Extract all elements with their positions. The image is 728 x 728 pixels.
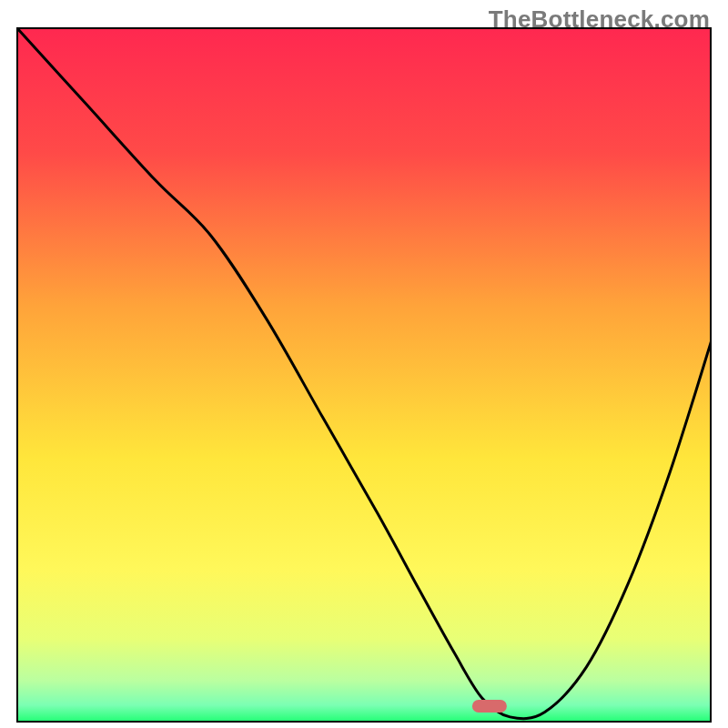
chart-frame: TheBottleneck.com bbox=[0, 0, 728, 728]
svg-rect-1 bbox=[16, 27, 712, 723]
chart-border bbox=[16, 27, 712, 723]
chart-plot-area bbox=[16, 27, 712, 712]
